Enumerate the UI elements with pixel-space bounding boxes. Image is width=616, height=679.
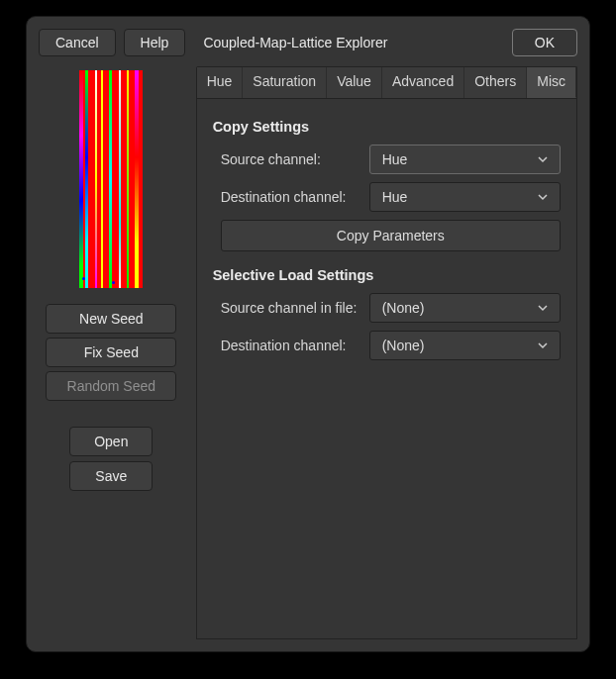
load-source-dropdown[interactable]: (None) xyxy=(369,293,561,323)
selective-load-heading: Selective Load Settings xyxy=(213,267,561,283)
copy-source-row: Source channel: Hue xyxy=(213,145,561,174)
load-dest-dropdown[interactable]: (None) xyxy=(369,331,561,360)
ok-button[interactable]: OK xyxy=(512,29,577,56)
preview-image xyxy=(79,70,143,288)
load-source-value: (None) xyxy=(382,300,425,316)
copy-dest-value: Hue xyxy=(382,189,408,205)
new-seed-button[interactable]: New Seed xyxy=(46,304,176,334)
load-dest-label: Destination channel: xyxy=(221,338,359,353)
chevron-down-icon xyxy=(538,154,548,164)
copy-source-value: Hue xyxy=(382,151,408,167)
dialog-header: Cancel Help Coupled-Map-Lattice Explorer… xyxy=(27,17,589,66)
chevron-down-icon xyxy=(538,340,548,350)
dialog: Cancel Help Coupled-Map-Lattice Explorer… xyxy=(26,16,590,652)
copy-settings-heading: Copy Settings xyxy=(213,119,561,135)
tab-misc[interactable]: Misc xyxy=(527,67,576,98)
load-dest-value: (None) xyxy=(382,338,425,353)
tab-value[interactable]: Value xyxy=(327,67,382,98)
fix-seed-button[interactable]: Fix Seed xyxy=(46,338,176,367)
save-button[interactable]: Save xyxy=(69,461,153,491)
dialog-title: Coupled-Map-Lattice Explorer xyxy=(203,35,387,50)
copy-source-dropdown[interactable]: Hue xyxy=(369,145,561,174)
tab-advanced[interactable]: Advanced xyxy=(382,67,464,98)
left-panel: New Seed Fix Seed Random Seed Open Save xyxy=(39,66,184,639)
tab-saturation[interactable]: Saturation xyxy=(243,67,327,98)
cancel-button[interactable]: Cancel xyxy=(39,29,116,56)
tab-bar: Hue Saturation Value Advanced Others Mis… xyxy=(196,66,577,98)
copy-dest-dropdown[interactable]: Hue xyxy=(369,182,561,212)
right-panel: Hue Saturation Value Advanced Others Mis… xyxy=(196,66,577,639)
open-button[interactable]: Open xyxy=(69,427,153,456)
copy-source-label: Source channel: xyxy=(221,151,359,167)
chevron-down-icon xyxy=(538,303,548,313)
tab-hue[interactable]: Hue xyxy=(197,67,244,98)
copy-dest-label: Destination channel: xyxy=(221,189,359,205)
copy-parameters-button[interactable]: Copy Parameters xyxy=(221,220,561,251)
copy-dest-row: Destination channel: Hue xyxy=(213,182,561,212)
load-dest-row: Destination channel: (None) xyxy=(213,331,561,360)
load-source-row: Source channel in file: (None) xyxy=(213,293,561,323)
file-buttons: Open Save xyxy=(69,427,153,491)
tab-others[interactable]: Others xyxy=(464,67,527,98)
help-button[interactable]: Help xyxy=(124,29,186,56)
seed-buttons: New Seed Fix Seed Random Seed xyxy=(46,304,176,401)
random-seed-button[interactable]: Random Seed xyxy=(46,371,176,401)
dialog-content: New Seed Fix Seed Random Seed Open Save … xyxy=(27,66,589,651)
load-source-label: Source channel in file: xyxy=(221,300,359,316)
tab-panel-misc: Copy Settings Source channel: Hue Destin… xyxy=(196,98,577,639)
chevron-down-icon xyxy=(538,192,548,202)
